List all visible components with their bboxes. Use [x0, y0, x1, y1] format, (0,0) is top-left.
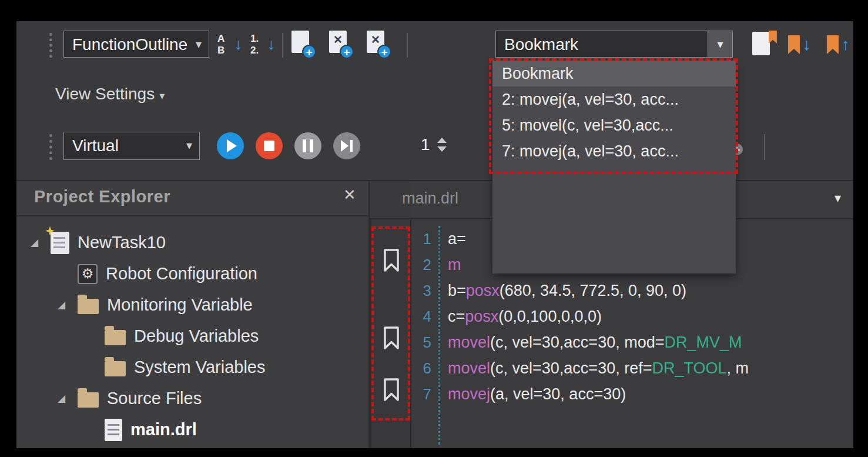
run-count-stepper[interactable]: 1 [421, 135, 447, 154]
line-number: 3 [411, 282, 436, 300]
arrow-down-icon: ↓ [267, 35, 275, 54]
editor-tab-maindrl[interactable]: main.drl [402, 189, 458, 208]
toggle-bookmark-button[interactable] [749, 29, 779, 60]
step-button[interactable] [333, 132, 360, 159]
tree-item-system-variables[interactable]: System Variables [16, 352, 368, 383]
toolbar-separator [764, 134, 765, 160]
x-mark-icon: ✕ [371, 33, 380, 46]
dropdown-item[interactable]: 7: movej(a, vel=30, acc... [492, 138, 736, 164]
dropdown-item[interactable]: Bookmark [492, 61, 736, 86]
tree-item-label: System Variables [134, 358, 266, 377]
next-bookmark-button[interactable]: ↓ [786, 31, 822, 59]
project-tree: ◢NewTask10⚙Robot Configuration◢Monitorin… [16, 227, 368, 445]
stop-button[interactable] [256, 132, 283, 159]
chevron-down-icon: ▾ [717, 38, 723, 51]
task-icon [51, 232, 69, 254]
tree-item-label: Source Files [107, 389, 202, 408]
sparkle-icon [45, 226, 55, 236]
toolbar-separator [282, 33, 283, 58]
line-number: 5 [411, 333, 436, 352]
code-text: movel(c, vel=30,acc=30, mod=DR_MV_M [448, 333, 742, 352]
tree-item-main-drl[interactable]: main.drl [16, 414, 368, 445]
run-mode-value: Virtual [72, 136, 119, 155]
view-settings-label: View Settings [55, 85, 155, 103]
folder-icon [105, 361, 126, 376]
add-file-button-1[interactable]: + [288, 29, 317, 61]
bookmark-icon [382, 326, 401, 351]
bookmark-combo-value: Bookmark [504, 35, 578, 54]
function-outline-combo[interactable]: FunctionOutline ▾ [63, 31, 209, 58]
panel-header-divider [16, 215, 369, 216]
tree-item-label: NewTask10 [78, 233, 166, 252]
screenshot-root: FunctionOutline ▾ A B ↓ 1. 2. ↓ + ✕ + [0, 0, 868, 457]
bookmark-icon [825, 34, 840, 55]
bookmark-margin-icon-line-7[interactable] [382, 378, 401, 405]
bookmark-icon [382, 248, 401, 273]
bookmark-icon [786, 34, 802, 55]
bookmark-gutter[interactable] [370, 219, 411, 448]
chevron-down-icon: ▾ [196, 37, 202, 51]
tree-item-monitoring-variable[interactable]: ◢Monitoring Variable [16, 289, 368, 321]
tree-item-robot-configuration[interactable]: ⚙Robot Configuration [16, 258, 368, 289]
tree-item-source-files[interactable]: ◢Source Files [16, 383, 368, 414]
arrow-down-icon: ↓ [803, 35, 811, 54]
code-line-5[interactable]: 5movel(c, vel=30,acc=30, mod=DR_MV_M [411, 329, 853, 355]
editor-tab-label: main.drl [402, 189, 458, 207]
chevron-down-icon: ▾ [186, 138, 192, 152]
gear-icon: ⚙ [78, 264, 98, 284]
add-file-button-3[interactable]: ✕ + [363, 29, 393, 61]
play-button[interactable] [217, 132, 244, 159]
code-line-6[interactable]: 6movel(c, vel=30,acc=30, ref=DR_TOOL, m [411, 355, 853, 381]
folder-icon [105, 330, 126, 345]
spinner-arrows-icon[interactable] [437, 138, 447, 152]
expander-icon[interactable]: ◢ [58, 392, 78, 405]
code-line-7[interactable]: 7movej(a, vel=30, acc=30) [411, 381, 853, 407]
line-number: 1 [411, 230, 436, 248]
close-icon[interactable]: ✕ [343, 186, 356, 204]
previous-bookmark-button[interactable]: ↑ [825, 31, 853, 59]
expander-icon[interactable]: ◢ [31, 236, 51, 249]
code-line-4[interactable]: 4c=posx(0,0,100,0,0,0) [411, 303, 853, 329]
tree-item-label: main.drl [130, 420, 197, 439]
toolbar-grip-icon[interactable] [49, 33, 52, 58]
code-line-3[interactable]: 3b=posx(680, 34.5, 772.5, 0, 90, 0) [411, 278, 853, 303]
sort-letter-bottom: B [217, 45, 224, 56]
folder-icon [78, 299, 99, 314]
arrow-down-icon: ↓ [234, 35, 242, 54]
tree-item-debug-variables[interactable]: Debug Variables [16, 321, 368, 352]
tree-item-newtask10[interactable]: ◢NewTask10 [16, 227, 368, 258]
add-file-button-2[interactable]: ✕ + [326, 29, 355, 61]
bookmark-icon [382, 378, 401, 402]
sort-letter-top: A [217, 33, 224, 45]
dart-studio-window: FunctionOutline ▾ A B ↓ 1. 2. ↓ + ✕ + [16, 21, 853, 448]
expander-icon[interactable]: ◢ [58, 299, 78, 311]
plus-badge-icon: + [340, 45, 354, 59]
bookmark-combo-dropdown-button[interactable]: ▾ [708, 31, 732, 57]
toolbar-grip-icon[interactable] [49, 134, 52, 160]
run-mode-combo[interactable]: Virtual ▾ [63, 132, 200, 160]
panel-title: Project Explorer [34, 187, 170, 206]
bookmark-combo[interactable]: Bookmark ▾ [495, 31, 733, 58]
view-settings-menu[interactable]: View Settings▾ [55, 85, 165, 104]
pause-button[interactable] [294, 132, 321, 159]
dropdown-item[interactable]: 2: movej(a, vel=30, acc... [492, 86, 736, 112]
sort-alphabetical-button[interactable]: A B ↓ [215, 32, 246, 59]
line-number: 4 [411, 308, 436, 326]
tab-list-chevron-icon[interactable]: ▾ [835, 191, 841, 206]
panel-divider [368, 181, 370, 448]
code-text: movej(a, vel=30, acc=30) [448, 385, 626, 403]
code-text: m [448, 256, 461, 274]
bookmark-margin-icon-line-5[interactable] [382, 326, 401, 353]
folder-icon [78, 392, 99, 408]
dropdown-item[interactable]: 5: movel(c, vel=30,acc... [492, 112, 736, 138]
code-text: c=posx(0,0,100,0,0,0) [448, 308, 602, 326]
tree-item-label: Monitoring Variable [107, 295, 253, 315]
arrow-up-icon: ↑ [842, 35, 850, 54]
bookmark-margin-icon-line-2[interactable] [382, 248, 401, 275]
bookmark-icon [768, 29, 778, 45]
run-count-value: 1 [421, 135, 430, 154]
sort-by-line-button[interactable]: 1. 2. ↓ [248, 32, 279, 59]
line-number: 2 [411, 256, 436, 274]
sort-number-top: 1. [250, 33, 259, 45]
toolbar-separator [407, 33, 408, 58]
